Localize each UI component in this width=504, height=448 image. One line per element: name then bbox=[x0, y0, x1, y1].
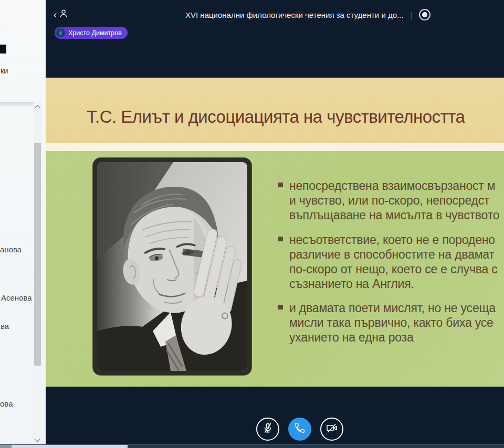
back-to-participants-button[interactable]: ‹ bbox=[54, 8, 69, 22]
bullet-line: и двамата поети мислят, но не усеща bbox=[289, 301, 496, 315]
record-icon[interactable] bbox=[419, 9, 430, 20]
bullet-line: по-скоро от нещо, което се е случва с bbox=[289, 262, 498, 276]
bullet-line: въплъщаване на мисълта в чувството bbox=[289, 208, 499, 222]
bullet-line: уханието на една роза bbox=[289, 330, 496, 345]
camera-muted-button[interactable] bbox=[320, 418, 343, 441]
participant-list-item[interactable]: ва bbox=[1, 322, 9, 330]
participant-list-item[interactable]: анова bbox=[0, 245, 22, 254]
panel-divider-shadow bbox=[0, 102, 34, 108]
meeting-stage: ‹ XVI национални филологически четения з… bbox=[46, 0, 504, 444]
screen-share-slide: Т.С. Елиът и дисоциацията на чувствителн… bbox=[46, 78, 504, 387]
vertical-scrollbar-thumb[interactable] bbox=[34, 143, 41, 366]
bullet-line: съзнанието на Англия. bbox=[289, 276, 498, 291]
meeting-title: XVI национални филологически четения за … bbox=[185, 10, 404, 19]
portrait-photo bbox=[92, 157, 253, 376]
slide-bullet: и двамата поети мислят, но не усеща мисл… bbox=[278, 301, 496, 345]
bullet-line: мисли така първично, както биха усе bbox=[289, 315, 496, 330]
panel-header-fragment: ки bbox=[1, 67, 8, 75]
participants-panel: ки анова Асенова ва ова bbox=[0, 0, 46, 444]
bullet-line: и чувство, или по-скоро, непосредст bbox=[289, 193, 499, 208]
scroll-up-arrow-icon[interactable] bbox=[34, 105, 40, 111]
call-controls bbox=[256, 418, 343, 441]
participant-list-item[interactable]: ова bbox=[0, 399, 13, 408]
vertical-scrollbar[interactable] bbox=[33, 103, 42, 444]
phone-icon bbox=[294, 422, 306, 436]
horizontal-scrollbar-track-left bbox=[0, 445, 12, 448]
scroll-down-arrow-icon[interactable] bbox=[34, 436, 40, 442]
mic-active-icon bbox=[56, 28, 65, 37]
bullet-marker bbox=[278, 305, 283, 310]
bullet-line: непосредствена взаимосвързаност м bbox=[289, 178, 499, 193]
bullet-marker bbox=[278, 183, 283, 187]
meeting-header: XVI национални филологически четения за … bbox=[185, 9, 430, 20]
bullet-line: различие в способностите на двамат bbox=[289, 247, 498, 262]
horizontal-scrollbar-thumb[interactable] bbox=[12, 445, 128, 448]
bullet-marker bbox=[278, 237, 283, 241]
slide-bullet: несъответствие, което не е породено разл… bbox=[278, 232, 498, 291]
participant-list-item[interactable]: Асенова bbox=[1, 293, 32, 302]
mic-muted-button[interactable] bbox=[256, 418, 279, 441]
camera-muted-icon bbox=[326, 422, 338, 436]
active-speaker-name: Христо Димитров bbox=[68, 29, 122, 37]
person-icon bbox=[58, 8, 69, 22]
slide-bullet: непосредствена взаимосвързаност м и чувс… bbox=[278, 178, 499, 222]
active-speaker-badge[interactable]: Христо Димитров bbox=[55, 27, 128, 39]
slide-title: Т.С. Елиът и дисоциацията на чувствителн… bbox=[87, 107, 465, 127]
mic-muted-icon bbox=[261, 422, 274, 436]
bullet-line: несъответствие, което не е породено bbox=[289, 232, 498, 247]
clipped-content-block bbox=[0, 45, 6, 54]
hang-up-button[interactable] bbox=[288, 418, 311, 441]
header-separator: | bbox=[411, 10, 413, 19]
slide-divider-strip bbox=[46, 143, 504, 151]
chevron-left-icon: ‹ bbox=[54, 9, 57, 20]
horizontal-scrollbar[interactable] bbox=[0, 444, 504, 448]
